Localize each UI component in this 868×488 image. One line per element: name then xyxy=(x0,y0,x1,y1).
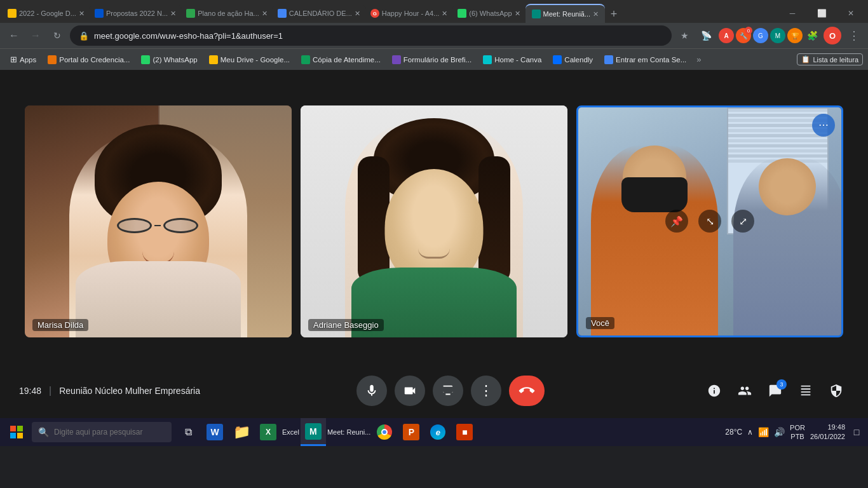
chevron-up-icon[interactable]: ∧ xyxy=(747,428,753,437)
meet-separator: | xyxy=(49,385,51,396)
meet-time: 19:48 xyxy=(19,386,41,396)
portal-icon xyxy=(48,55,57,64)
video-tile-adriane[interactable]: Adriane Baseggio xyxy=(301,105,567,337)
taskbar-app-edge[interactable]: e xyxy=(425,418,451,446)
back-button[interactable]: ← xyxy=(5,27,23,44)
taskbar-app-taskview[interactable]: ⧉ xyxy=(175,418,201,446)
more-options-button[interactable]: ⋮ xyxy=(471,376,501,406)
bookmark-formulario[interactable]: Formulário de Brefi... xyxy=(387,54,477,65)
search-icon: 🔍 xyxy=(38,427,49,437)
apps-grid-icon: ⊞ xyxy=(10,55,17,64)
conta-bm-icon xyxy=(604,55,613,64)
ext-icon-1[interactable]: A xyxy=(719,28,734,43)
meet-controls-center: ⋮ xyxy=(356,376,545,406)
chrome-menu-button[interactable]: ⋮ xyxy=(845,27,863,44)
ext-icon-2[interactable]: 🔧 0 xyxy=(736,28,751,43)
tab-bar: 2022 - Google D... ✕ Propostas 2022 N...… xyxy=(0,0,868,23)
taskbar-app-powerpoint[interactable]: P xyxy=(398,418,424,446)
bookmarks-bar: ⊞ Apps Portal do Credencia... (2) WhatsA… xyxy=(0,48,868,70)
taskbar-app-meet-label: Meet: Reuni... xyxy=(327,428,370,436)
chat-button[interactable]: 3 xyxy=(763,378,788,403)
activities-button[interactable] xyxy=(793,378,818,403)
bookmark-canva[interactable]: Home - Canva xyxy=(478,54,546,65)
calendly-bm-icon xyxy=(553,55,562,64)
tab-meet[interactable]: Meet: Reuniã... ✕ xyxy=(526,4,606,23)
svg-rect-2 xyxy=(10,433,16,438)
address-bar: ← → ↻ 🔒 ★ 📡 A 🔧 0 G M 🏆 🧩 O ⋮ xyxy=(0,23,868,48)
start-button[interactable] xyxy=(3,418,31,446)
forward-button[interactable]: → xyxy=(27,27,44,44)
taskbar-app-explorer[interactable]: 📁 xyxy=(229,418,254,446)
ext-icon-3[interactable]: G xyxy=(753,28,768,43)
system-clock: 19:48 26/01/2022 xyxy=(810,423,845,442)
extensions-more-button[interactable]: 🧩 xyxy=(804,28,820,43)
forms-bm-icon xyxy=(392,55,401,64)
svg-rect-3 xyxy=(17,433,23,438)
taskbar-app-unknown[interactable]: ■ xyxy=(452,418,477,446)
end-call-button[interactable] xyxy=(509,376,545,406)
taskbar: 🔍 ⧉ W 📁 X Excel M Meet: Reuni... P e ■ xyxy=(0,418,868,446)
new-tab-button[interactable]: + xyxy=(605,5,623,23)
volume-icon[interactable]: 🔊 xyxy=(774,427,785,437)
svg-rect-1 xyxy=(17,426,23,431)
tab-plano[interactable]: Plano de ação Ha... ✕ xyxy=(181,4,273,23)
bookmark-calendly[interactable]: Calendly xyxy=(548,54,598,65)
video-tile-voce[interactable]: ⋯ 📌 ⤡ ⤢ Você xyxy=(576,105,843,337)
tab-propostas[interactable]: Propostas 2022 N... ✕ xyxy=(90,4,181,23)
expand-icon[interactable]: ⤡ xyxy=(698,210,721,233)
system-tray: 28°C ∧ 📶 🔊 POR PTB 19:48 26/01/2022 □ xyxy=(725,418,865,446)
tab-calendario[interactable]: CALENDÁRIO DE... ✕ xyxy=(273,4,365,23)
tab-drive[interactable]: 2022 - Google D... ✕ xyxy=(3,4,90,23)
lock-icon: 🔒 xyxy=(79,31,89,41)
mic-button[interactable] xyxy=(356,376,387,406)
pin-icon[interactable]: 📌 xyxy=(665,210,688,233)
language-indicator: POR PTB xyxy=(790,423,805,442)
notification-center-button[interactable]: □ xyxy=(850,418,863,446)
people-button[interactable] xyxy=(732,378,757,403)
bookmark-whatsapp[interactable]: (2) WhatsApp xyxy=(136,54,202,65)
search-input[interactable] xyxy=(54,428,162,437)
bookmark-portal[interactable]: Portal do Credencia... xyxy=(43,54,135,65)
camera-button[interactable] xyxy=(395,376,425,406)
tile-voce-overlay: ⋯ xyxy=(812,114,835,137)
participant-name-voce: Você xyxy=(586,317,614,329)
ext-icon-5[interactable]: 🏆 xyxy=(787,28,803,43)
reload-button[interactable]: ↻ xyxy=(48,27,66,44)
chat-badge: 3 xyxy=(776,379,787,390)
search-bar[interactable]: 🔍 xyxy=(32,422,172,442)
reading-list-icon: 📋 xyxy=(801,55,810,64)
ext-icon-4[interactable]: M xyxy=(770,28,785,43)
address-input[interactable] xyxy=(94,31,663,41)
tab-happyhour[interactable]: G Happy Hour - A4... ✕ xyxy=(365,4,453,23)
cast-icon[interactable]: 📡 xyxy=(697,27,715,44)
taskbar-app-chrome[interactable] xyxy=(372,418,397,446)
taskbar-app-excel[interactable]: X xyxy=(255,418,281,446)
collapse-icon[interactable]: ⤢ xyxy=(731,210,754,233)
taskbar-app-meet[interactable]: M xyxy=(301,418,326,446)
shield-button[interactable] xyxy=(824,378,849,403)
tab-whatsapp[interactable]: (6) WhatsApp ✕ xyxy=(452,4,525,23)
minimize-button[interactable]: ─ xyxy=(778,4,807,23)
video-tile-marisa[interactable]: Marisa Dilda xyxy=(25,105,292,337)
bookmark-apps[interactable]: ⊞ Apps xyxy=(5,53,41,65)
bookmark-drive[interactable]: Meu Drive - Google... xyxy=(204,54,295,65)
bookmarks-more[interactable]: » xyxy=(693,53,705,65)
profile-avatar[interactable]: O xyxy=(824,27,841,44)
canva-bm-icon xyxy=(483,55,492,64)
meet-container: Marisa Dilda Adriane Baseggio xyxy=(0,70,868,418)
info-button[interactable] xyxy=(702,378,727,403)
maximize-button[interactable]: ⬜ xyxy=(807,4,836,23)
sheets-bm-icon xyxy=(301,55,310,64)
weather-temp: 28°C xyxy=(725,428,742,437)
bookmark-conta[interactable]: Entrar em Conta Se... xyxy=(599,54,691,65)
network-icon[interactable]: 📶 xyxy=(758,427,769,437)
bookmark-atendimento[interactable]: Cópia de Atendime... xyxy=(296,54,386,65)
bookmark-star-icon[interactable]: ★ xyxy=(675,27,693,44)
present-button[interactable] xyxy=(433,376,463,406)
drive-bm-icon xyxy=(209,55,218,64)
reading-list-button[interactable]: 📋 Lista de leitura xyxy=(797,53,863,65)
taskbar-app-word[interactable]: W xyxy=(202,418,227,446)
tile-menu-dots[interactable]: ⋯ xyxy=(812,114,835,137)
close-button[interactable]: ✕ xyxy=(836,4,865,23)
browser-chrome: 2022 - Google D... ✕ Propostas 2022 N...… xyxy=(0,0,868,70)
